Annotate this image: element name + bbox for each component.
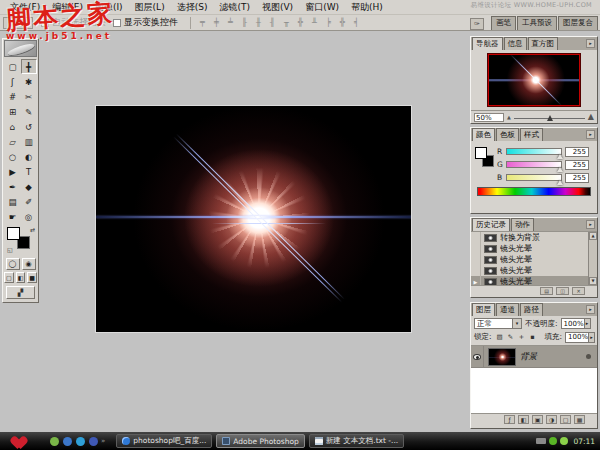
history-brush-tool[interactable]: ↺ (21, 119, 37, 134)
menu-item[interactable]: 图像(I) (89, 0, 129, 15)
history-brush-well[interactable]: ▶ (471, 254, 481, 265)
distribute-left-edges-icon[interactable]: ╞ (322, 17, 335, 29)
opacity-field[interactable]: 100% ▸ (561, 318, 591, 329)
type-tool[interactable]: T (21, 164, 37, 179)
clock[interactable]: 07:11 (573, 437, 595, 446)
default-colors-icon[interactable]: ◱ (7, 246, 13, 253)
menu-item[interactable]: 帮助(H) (345, 0, 389, 15)
visibility-toggle[interactable] (471, 346, 484, 368)
menu-item[interactable]: 文件(F) (4, 0, 46, 15)
adjustment-layer-icon[interactable]: ◑ (546, 415, 557, 424)
history-brush-well[interactable]: ▶ (471, 276, 481, 285)
tool-preset-picker[interactable]: ╋ ▾ (3, 17, 33, 29)
hand-tool[interactable]: ☛ (5, 209, 21, 224)
palette-well-tab[interactable]: 图层复合 (558, 16, 598, 30)
antivirus-icon[interactable] (549, 437, 557, 445)
move-tool[interactable]: ╋ (21, 59, 37, 74)
scroll-up-icon[interactable]: ▲ (589, 232, 597, 240)
jump-to-imageready-button[interactable]: ▞ (6, 286, 35, 299)
document-canvas[interactable] (95, 105, 412, 333)
gradient-tool[interactable]: ▥ (21, 134, 37, 149)
navigator-zoom-field[interactable]: 50% (474, 113, 504, 122)
color-spectrum-ramp[interactable] (477, 187, 591, 196)
history-brush-well[interactable]: ▶ (471, 265, 481, 276)
dodge-tool[interactable]: ◐ (21, 149, 37, 164)
layer-row-background[interactable]: 背景 (471, 346, 597, 368)
panel-tab[interactable]: 通道 (496, 303, 519, 316)
slice-tool[interactable]: ✂ (21, 89, 37, 104)
layer-set-icon[interactable]: ▣ (532, 415, 543, 424)
start-button[interactable] (8, 434, 34, 448)
foreground-color-swatch[interactable] (475, 147, 487, 159)
distribute-top-edges-icon[interactable]: ╥ (280, 17, 293, 29)
panel-tab[interactable]: 直方图 (528, 37, 559, 50)
panel-tab[interactable]: 颜色 (472, 128, 495, 141)
brush-tool[interactable]: ✎ (21, 104, 37, 119)
slider-thumb[interactable] (557, 154, 563, 159)
channel-value-field[interactable]: 255 (565, 147, 589, 157)
fullscreen-mode-icon[interactable]: ■ (27, 272, 37, 283)
delete-layer-icon[interactable]: ▦ (574, 415, 585, 424)
channel-slider[interactable] (506, 148, 562, 155)
distribute-bottom-edges-icon[interactable]: ╨ (308, 17, 321, 29)
crop-tool[interactable]: # (5, 89, 21, 104)
channel-slider[interactable] (506, 174, 562, 181)
taskbar-button-photoshop[interactable]: Adobe Photoshop (216, 434, 305, 448)
panel-menu-button[interactable]: ▸ (586, 130, 595, 139)
new-snapshot-icon[interactable]: ◫ (556, 287, 569, 295)
eyedropper-tool[interactable]: ✐ (21, 194, 37, 209)
panel-menu-button[interactable]: ▸ (586, 220, 595, 229)
panel-tab[interactable]: 样式 (520, 128, 543, 141)
align-vertical-centers-icon[interactable]: ╪ (210, 17, 223, 29)
menu-item[interactable]: 滤镜(T) (213, 0, 256, 15)
navigator-proxy-view[interactable] (488, 54, 580, 106)
slider-thumb[interactable] (557, 180, 563, 185)
channel-slider[interactable] (506, 161, 562, 168)
slider-thumb[interactable] (557, 167, 563, 172)
notes-tool[interactable]: ▤ (5, 194, 21, 209)
new-layer-icon[interactable]: ▢ (560, 415, 571, 424)
align-bottom-edges-icon[interactable]: ╧ (224, 17, 237, 29)
quick-launch-browser-icon[interactable] (63, 437, 72, 446)
history-brush-well[interactable]: ▶ (471, 232, 481, 243)
brushes-palette-icon[interactable]: ✑ (470, 18, 484, 30)
quick-launch-overflow-icon[interactable]: » (101, 437, 105, 445)
layer-name[interactable]: 背景 (520, 351, 537, 363)
messenger-icon[interactable] (560, 437, 568, 445)
lock-position-icon[interactable]: + (517, 332, 527, 342)
channel-value-field[interactable]: 255 (565, 160, 589, 170)
panel-tab[interactable]: 导航器 (472, 37, 503, 50)
clone-stamp-tool[interactable]: ⌂ (5, 119, 21, 134)
history-brush-well[interactable]: ▶ (471, 243, 481, 254)
custom-shape-tool[interactable]: ◆ (21, 179, 37, 194)
path-selection-tool[interactable]: ▶ (5, 164, 21, 179)
menu-item[interactable]: 窗口(W) (299, 0, 345, 15)
panel-menu-button[interactable]: ▸ (586, 39, 595, 48)
distribute-vertical-centers-icon[interactable]: ╬ (294, 17, 307, 29)
fill-field[interactable]: 100% ▸ (565, 332, 595, 343)
panel-tab[interactable]: 历史记录 (472, 218, 510, 231)
navigator-zoom-slider[interactable] (514, 113, 585, 122)
scroll-down-icon[interactable]: ▼ (589, 277, 597, 285)
blend-mode-select[interactable]: 正常 ▾ (474, 318, 522, 329)
delete-state-icon[interactable]: ✕ (572, 287, 585, 295)
blur-tool[interactable]: ○ (5, 149, 21, 164)
panel-tab[interactable]: 色板 (496, 128, 519, 141)
distribute-right-edges-icon[interactable]: ╡ (350, 17, 363, 29)
quick-launch-show-desktop-icon[interactable] (50, 437, 59, 446)
panel-tab[interactable]: 动作 (511, 218, 534, 231)
slider-thumb[interactable] (547, 115, 553, 121)
menu-item[interactable]: 图层(L) (129, 0, 171, 15)
taskbar-button-notepad[interactable]: 新建 文本文档.txt -... (309, 434, 404, 448)
magic-wand-tool[interactable]: ✱ (21, 74, 37, 89)
menu-item[interactable]: 视图(V) (256, 0, 299, 15)
new-document-from-state-icon[interactable]: ▤ (540, 287, 553, 295)
taskbar-button-browser[interactable]: photoshop吧_百度... (116, 434, 212, 448)
align-left-edges-icon[interactable]: ╟ (238, 17, 251, 29)
switch-colors-icon[interactable]: ⇄ (30, 226, 35, 233)
foreground-color-swatch[interactable] (7, 227, 20, 240)
history-scrollbar[interactable]: ▲ ▼ (588, 232, 597, 285)
history-state[interactable]: ▶ 镜头光晕 (471, 254, 597, 265)
show-transform-controls-checkbox[interactable] (113, 19, 121, 27)
zoom-tool[interactable]: ◎ (21, 209, 37, 224)
